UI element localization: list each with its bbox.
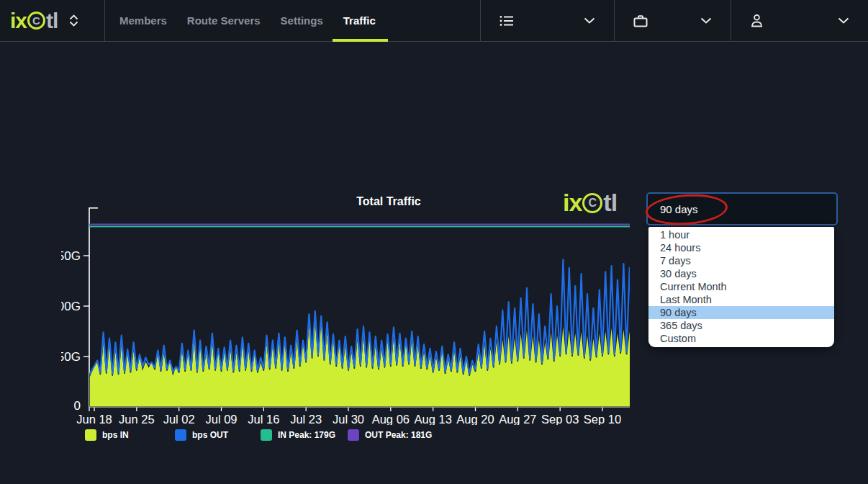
chevron-down-icon bbox=[700, 17, 712, 24]
nav-tab-settings[interactable]: Settings bbox=[281, 14, 323, 27]
svg-text:Jul 02: Jul 02 bbox=[163, 413, 195, 425]
legend-item-bps-out: bps OUT bbox=[175, 429, 228, 441]
legend-swatch-out-peak bbox=[348, 429, 359, 441]
nav-tabs: Members Route Servers Settings Traffic bbox=[119, 0, 396, 41]
briefcase-icon bbox=[633, 14, 648, 27]
option-7-days[interactable]: 7 days bbox=[648, 254, 834, 267]
user-icon bbox=[750, 14, 764, 27]
chevron-down-icon bbox=[838, 17, 849, 24]
legend-swatch-bps-in bbox=[85, 429, 96, 441]
time-range-selected-value: 90 days bbox=[660, 203, 698, 215]
legend-item-out-peak: OUT Peak: 181G bbox=[348, 429, 432, 441]
svg-text:Sep 10: Sep 10 bbox=[584, 413, 621, 425]
option-1-hour[interactable]: 1 hour bbox=[648, 228, 834, 241]
nav-tab-route-servers[interactable]: Route Servers bbox=[187, 14, 261, 27]
option-current-month[interactable]: Current Month bbox=[648, 280, 834, 293]
legend-item-bps-in: bps IN bbox=[85, 429, 129, 441]
svg-text:0: 0 bbox=[74, 399, 81, 413]
svg-text:Aug 27: Aug 27 bbox=[499, 413, 536, 425]
logo-text-ix: ix bbox=[10, 10, 27, 32]
svg-text:Sep 03: Sep 03 bbox=[541, 413, 579, 425]
legend-swatch-in-peak bbox=[261, 429, 272, 441]
top-navigation-bar: ix C tl Members Route Servers Settings T… bbox=[0, 0, 868, 42]
legend-label-bps-in: bps IN bbox=[102, 430, 129, 440]
svg-text:Jul 30: Jul 30 bbox=[333, 413, 364, 425]
svg-text:Aug 13: Aug 13 bbox=[415, 413, 452, 425]
nav-tab-members[interactable]: Members bbox=[119, 14, 167, 27]
svg-text:Aug 06: Aug 06 bbox=[372, 413, 410, 425]
svg-text:Jun 25: Jun 25 bbox=[119, 413, 155, 425]
svg-text:100G: 100G bbox=[61, 300, 81, 313]
svg-text:Jul 09: Jul 09 bbox=[205, 413, 237, 425]
active-tab-underline bbox=[333, 39, 388, 42]
nav-tab-traffic[interactable]: Traffic bbox=[343, 14, 376, 27]
svg-text:Jul 23: Jul 23 bbox=[290, 413, 322, 425]
ixctl-logo[interactable]: ix C tl bbox=[10, 10, 58, 32]
time-range-select[interactable]: 90 days bbox=[646, 192, 838, 225]
header-right-controls bbox=[480, 0, 868, 41]
logo-text-tl: tl bbox=[46, 10, 58, 32]
svg-text:Jul 16: Jul 16 bbox=[248, 413, 279, 425]
svg-text:50G: 50G bbox=[61, 350, 81, 364]
logo-circled-c: C bbox=[27, 12, 45, 30]
chevron-down-icon bbox=[584, 17, 595, 24]
exchange-selector-dropdown[interactable] bbox=[480, 0, 614, 41]
org-switcher-icon[interactable] bbox=[69, 14, 78, 27]
organization-selector-dropdown[interactable] bbox=[614, 0, 731, 41]
option-90-days-selected[interactable]: 90 days bbox=[648, 306, 834, 319]
legend-label-out-peak: OUT Peak: 181G bbox=[365, 430, 432, 440]
legend-swatch-bps-out bbox=[175, 429, 186, 441]
svg-text:Aug 20: Aug 20 bbox=[456, 413, 494, 425]
time-range-options-panel: 1 hour 24 hours 7 days 30 days Current M… bbox=[648, 227, 834, 347]
option-custom[interactable]: Custom bbox=[648, 332, 834, 345]
legend-label-bps-out: bps OUT bbox=[192, 430, 228, 440]
traffic-chart: 050G100G150GJun 18Jun 25Jul 02Jul 09Jul … bbox=[61, 205, 637, 425]
svg-text:150G: 150G bbox=[61, 249, 81, 263]
option-24-hours[interactable]: 24 hours bbox=[648, 241, 834, 254]
option-last-month[interactable]: Last Month bbox=[648, 293, 834, 306]
list-icon bbox=[499, 15, 514, 27]
legend-label-in-peak: IN Peak: 179G bbox=[278, 430, 335, 440]
option-365-days[interactable]: 365 days bbox=[648, 319, 834, 332]
legend-item-in-peak: IN Peak: 179G bbox=[261, 429, 335, 441]
option-30-days[interactable]: 30 days bbox=[648, 267, 834, 280]
svg-text:Jun 18: Jun 18 bbox=[76, 413, 112, 425]
brand-block: ix C tl bbox=[0, 0, 105, 41]
user-account-dropdown[interactable] bbox=[731, 0, 868, 41]
